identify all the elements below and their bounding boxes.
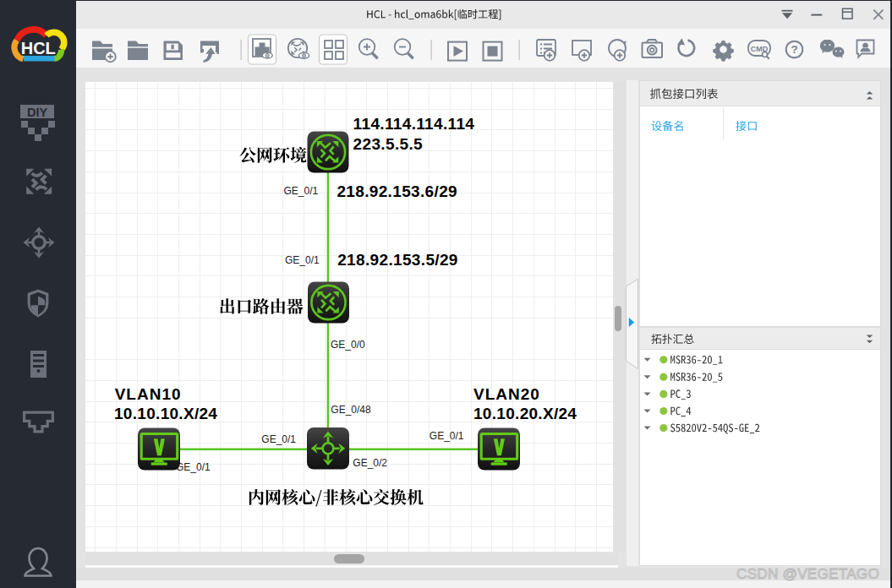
svg-text:HCL: HCL [21,39,56,57]
svg-text:?: ? [791,43,797,56]
svg-text:DIY: DIY [27,106,48,119]
